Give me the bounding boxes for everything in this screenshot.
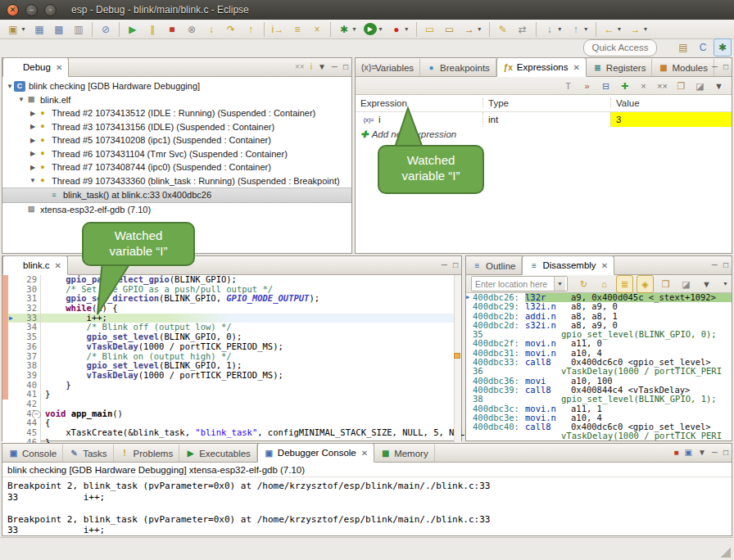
maximize-button[interactable]: □ [453, 259, 458, 272]
column-type[interactable]: Type [483, 98, 610, 108]
minimize-button[interactable]: ─ [712, 259, 718, 272]
collapse-all-button[interactable]: ⊟ [597, 77, 614, 95]
expand-arrow-icon[interactable]: ▶ [29, 137, 37, 144]
editor-line-41[interactable]: 41} [2, 390, 461, 400]
next-annotation-button[interactable]: ↓▼ [541, 20, 565, 38]
close-icon[interactable]: ✕ [573, 63, 579, 72]
home-button[interactable]: ⌂ [596, 275, 613, 293]
overview-ruler[interactable] [454, 275, 461, 447]
debug-tree-item[interactable]: ≡blink_task() at blink.c:33 0x400dbc26 [2, 187, 351, 203]
expand-arrow-icon[interactable]: ▶ [29, 110, 37, 117]
expand-arrow-icon[interactable]: ▶ [29, 123, 37, 130]
view-menu-button[interactable]: ▼ [710, 77, 727, 95]
external-tools-button[interactable]: →▼ [460, 20, 485, 38]
close-icon[interactable]: ✕ [601, 261, 608, 270]
back-button[interactable]: ←▼ [600, 20, 625, 38]
console-output[interactable]: Breakpoint 2, blink_task (pvParameter=0x… [2, 477, 732, 540]
show-logical-structure-button[interactable]: » [578, 77, 596, 95]
disassembly-line[interactable]: 38gpio_set_level(BLINK_GPIO, 1); [466, 395, 732, 404]
code-editor[interactable]: 29 gpio_pad_select_gpio(BLINK_GPIO);30 /… [2, 275, 461, 447]
debug-tree-item[interactable]: ▶●Thread #3 1073413156 (IDLE) (Suspended… [2, 120, 351, 134]
tab-variables[interactable]: (x)=Variables [356, 59, 420, 76]
editor-line-45[interactable]: 45 xTaskCreate(&blink_task, "blink_task"… [2, 428, 461, 438]
editor-gutter[interactable]: 29 [2, 275, 41, 285]
remove-all-expressions-button[interactable]: ×× [654, 77, 671, 95]
step-over-button[interactable]: ↷ [222, 20, 240, 38]
pin-view-button[interactable]: ◪ [677, 275, 695, 293]
close-icon[interactable]: ✕ [361, 449, 368, 458]
previous-annotation-button[interactable]: ↑▼ [567, 20, 591, 38]
instruction-stepping-button[interactable]: i→ [269, 20, 287, 38]
editor-gutter[interactable]: 36 [2, 342, 41, 352]
sync-selection-toggle[interactable]: ◈ [637, 275, 654, 293]
close-icon[interactable]: ✕ [56, 63, 62, 72]
collapse-arrow-icon[interactable]: ▼ [29, 177, 37, 184]
tab-breakpoints[interactable]: ●Breakpoints [420, 59, 496, 76]
tab-tasks[interactable]: ✎Tasks [63, 445, 113, 462]
tab-outline[interactable]: ≡Outline [466, 257, 522, 274]
debug-tree-item[interactable]: ▶●Thread #5 1073410208 (ipc1) (Suspended… [2, 133, 351, 147]
disconnect-button[interactable]: ⊗ [183, 20, 201, 38]
step-into-button[interactable]: ↓ [202, 20, 220, 38]
editor-gutter[interactable]: 39 [2, 371, 41, 381]
open-perspective-button[interactable]: ▤ [674, 38, 692, 56]
remove-expression-button[interactable]: × [635, 77, 652, 95]
view-menu-button[interactable]: ▼ [723, 281, 728, 287]
disassembly-line[interactable]: vTaskDelay(1000 / portTICK PERI [466, 431, 732, 440]
remove-all-terminated-button[interactable]: ×× [295, 61, 305, 74]
tab-registers[interactable]: ≣Registers [587, 59, 653, 76]
instruction-stepping-mode-button[interactable]: i [310, 61, 312, 74]
forward-button[interactable]: →▼ [627, 20, 651, 38]
open-folder-button[interactable]: ▭ [421, 20, 439, 38]
expand-arrow-icon[interactable]: ▶ [29, 164, 37, 171]
tab-modules[interactable]: ▦Modules [652, 59, 714, 76]
view-menu-button[interactable]: ▼ [318, 61, 326, 74]
quick-access-button[interactable]: Quick Access [583, 39, 657, 56]
maximize-button[interactable]: □ [723, 446, 728, 459]
editor-gutter[interactable]: 42 [2, 400, 41, 409]
disassembly-line[interactable]: 36vTaskDelay(1000 / portTICK_PERI [466, 367, 732, 376]
debug-tree-item[interactable]: ▶●Thread #2 1073413512 (IDLE : Running) … [2, 106, 351, 120]
debug-tree-item[interactable]: ▨xtensa-esp32-elf-gdb (7.10) [2, 203, 351, 217]
maximize-button[interactable]: □ [723, 61, 728, 74]
close-icon[interactable]: ✕ [55, 261, 61, 270]
terminate-console-button[interactable]: ■ [673, 446, 678, 459]
disassembly-listing[interactable]: ▶400dbc26:l32ra9, 0x400d045c <_stext+109… [466, 293, 732, 441]
link-with-editor-button[interactable]: ⇄ [514, 20, 532, 38]
editor-line-40[interactable]: 40 } [2, 381, 461, 391]
show-breakpoint-types-button[interactable]: ≡ [288, 20, 306, 38]
chevron-down-icon[interactable]: ▼ [643, 26, 649, 32]
refresh-button[interactable]: ↻ [575, 275, 592, 293]
show-type-names-button[interactable]: T [560, 77, 577, 95]
resume-button[interactable]: ▶ [124, 20, 142, 38]
chevron-down-icon[interactable]: ▼ [351, 26, 357, 32]
chevron-down-icon[interactable]: ▼ [378, 26, 383, 32]
editor-gutter[interactable]: 45 [2, 428, 41, 438]
minimize-button[interactable]: ─ [332, 61, 338, 74]
tab-executables[interactable]: ▶Executables [179, 445, 257, 462]
tab-expressions[interactable]: ƒxExpressions✕ [496, 57, 587, 77]
debug-tree-item[interactable]: ▶●Thread #6 1073431104 (Tmr Svc) (Suspen… [2, 147, 351, 161]
resize-grip[interactable] [721, 548, 731, 558]
column-value[interactable]: Value [610, 98, 732, 108]
new-view-button[interactable]: ❒ [657, 275, 674, 293]
tab-problems[interactable]: !Problems [114, 445, 180, 462]
new-wizard-button[interactable]: ▣▼ [4, 20, 29, 38]
window-maximize-button[interactable]: ▫ [44, 4, 57, 16]
skip-all-breakpoints-button[interactable]: ⊘ [97, 20, 115, 38]
cpp-perspective-button[interactable]: C [694, 38, 712, 56]
pin-view-button[interactable]: ◪ [691, 77, 709, 95]
save-all-button[interactable]: ▩ [50, 20, 68, 38]
suspend-button[interactable]: ∥ [143, 20, 161, 38]
chevron-down-icon[interactable]: ▼ [583, 26, 589, 32]
run-button[interactable]: ▶▼ [361, 20, 386, 38]
build-button[interactable]: ▥ [70, 20, 88, 38]
disassembly-line[interactable]: 400dbc29:l32i.na8, a9, 0 [466, 302, 732, 311]
collapse-arrow-icon[interactable]: ▼ [17, 96, 25, 103]
tab-console[interactable]: ▣Console [2, 445, 63, 462]
debug-button[interactable]: ✱▼ [335, 20, 360, 38]
view-menu-button[interactable]: ▼ [698, 275, 715, 293]
chevron-down-icon[interactable]: ▼ [404, 26, 410, 32]
tab-blink-c[interactable]: blink.c ✕ [2, 255, 68, 275]
chevron-down-icon[interactable]: ▼ [477, 26, 483, 32]
